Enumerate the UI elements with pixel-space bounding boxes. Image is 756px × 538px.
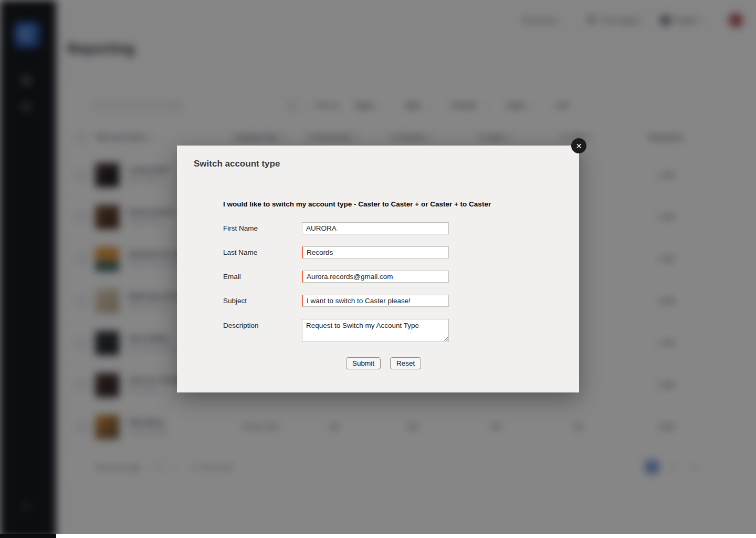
switch-account-form: First Name Last Name Email Subject Descr…	[177, 222, 579, 369]
reset-button[interactable]: Reset	[390, 357, 421, 369]
dialog-title: Switch account type	[177, 146, 579, 169]
close-icon[interactable]: ✕	[571, 138, 586, 153]
bottom-strip-sidebar	[0, 534, 56, 538]
submit-button[interactable]: Submit	[346, 357, 381, 369]
first-name-field[interactable]	[302, 222, 449, 234]
last-name-label: Last Name	[223, 249, 302, 256]
email-label: Email	[223, 273, 302, 281]
dialog-instruction: I would like to switch my account type -…	[223, 200, 558, 208]
description-field[interactable]: Request to Switch my Account Type	[302, 319, 449, 342]
bottom-strip	[0, 534, 756, 538]
subject-field[interactable]	[302, 295, 449, 307]
email-field[interactable]	[302, 271, 449, 283]
last-name-field[interactable]	[302, 246, 449, 258]
description-label: Description	[223, 319, 302, 329]
subject-label: Subject	[223, 297, 302, 305]
switch-account-type-dialog: ✕ Switch account type I would like to sw…	[177, 146, 579, 392]
first-name-label: First Name	[223, 224, 302, 232]
